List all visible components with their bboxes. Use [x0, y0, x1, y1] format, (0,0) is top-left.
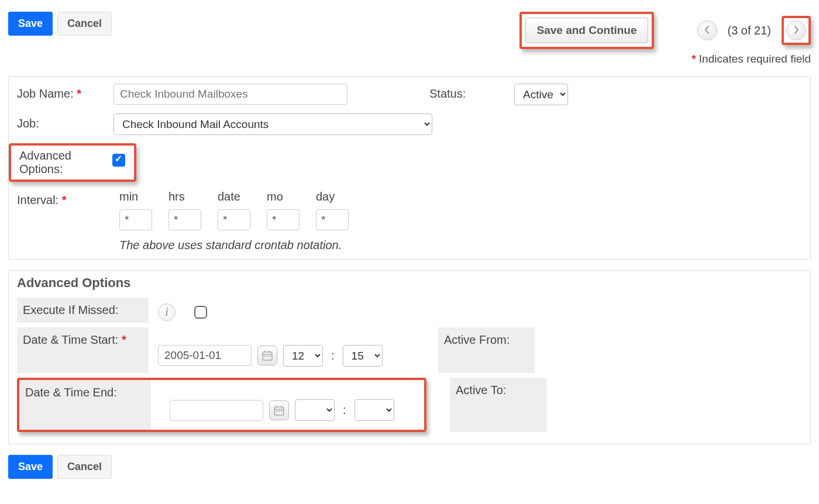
- interval-mo-input[interactable]: [267, 209, 300, 230]
- main-panel: Job Name: * Status: Active Job: Check In: [8, 76, 811, 260]
- start-hour-select[interactable]: 12: [283, 345, 323, 367]
- execute-if-missed-checkbox[interactable]: [194, 306, 207, 319]
- svg-rect-13: [281, 410, 283, 412]
- advanced-options-highlight: Advanced Options:: [9, 143, 136, 182]
- job-name-input[interactable]: [113, 84, 347, 105]
- active-from-label: Active From:: [438, 327, 535, 373]
- time-separator: :: [340, 403, 349, 417]
- execute-if-missed-label: Execute If Missed:: [17, 298, 149, 323]
- cancel-button-bottom[interactable]: Cancel: [57, 455, 112, 479]
- status-label: Status:: [429, 84, 514, 105]
- required-asterisk: *: [691, 53, 696, 65]
- save-continue-highlight: Save and Continue: [519, 12, 653, 49]
- advanced-options-checkbox[interactable]: [112, 154, 125, 167]
- date-time-end-label: Date & Time End:: [19, 380, 151, 430]
- job-name-label: Job Name:: [17, 87, 74, 100]
- info-icon[interactable]: i: [158, 303, 176, 321]
- start-min-select[interactable]: 15: [343, 345, 383, 367]
- job-select[interactable]: Check Inbound Mail Accounts: [113, 113, 432, 135]
- end-hour-select[interactable]: [295, 399, 335, 421]
- advanced-options-header: Advanced Options: [9, 271, 810, 291]
- interval-date-label: date: [218, 190, 240, 203]
- time-separator: :: [329, 349, 337, 363]
- date-end-input[interactable]: [170, 400, 263, 421]
- save-button[interactable]: Save: [8, 12, 53, 36]
- required-asterisk: *: [77, 87, 81, 100]
- interval-mo-label: mo: [267, 190, 283, 203]
- status-select[interactable]: Active: [514, 84, 568, 105]
- cancel-button[interactable]: Cancel: [57, 12, 112, 36]
- chevron-right-icon: [793, 25, 799, 37]
- save-and-continue-button[interactable]: Save and Continue: [525, 18, 648, 43]
- svg-rect-5: [267, 355, 269, 357]
- active-to-label: Active To:: [450, 378, 546, 432]
- required-asterisk: *: [122, 333, 126, 346]
- next-button-highlight: [782, 16, 811, 45]
- interval-min-label: min: [119, 190, 138, 203]
- job-label: Job:: [17, 113, 113, 130]
- calendar-icon[interactable]: [257, 346, 277, 365]
- end-min-select[interactable]: [355, 399, 394, 421]
- svg-rect-12: [278, 410, 280, 412]
- crontab-note: The above uses standard crontab notation…: [119, 239, 349, 252]
- interval-hrs-label: hrs: [168, 190, 185, 203]
- calendar-icon[interactable]: [269, 401, 289, 420]
- prev-button[interactable]: [697, 20, 717, 40]
- date-time-start-label: Date & Time Start:: [23, 333, 118, 346]
- advanced-options-panel: Advanced Options Execute If Missed: i Da…: [8, 270, 811, 444]
- save-button-bottom[interactable]: Save: [8, 455, 53, 479]
- required-note-text: Indicates required field: [696, 53, 811, 65]
- svg-rect-4: [264, 355, 266, 357]
- chevron-left-icon: [704, 25, 710, 37]
- interval-hrs-input[interactable]: [168, 209, 201, 230]
- interval-label: Interval:: [17, 194, 58, 206]
- date-time-end-highlight: Date & Time End: :: [17, 378, 426, 432]
- svg-rect-11: [276, 410, 277, 412]
- required-asterisk: *: [62, 194, 67, 206]
- interval-day-input[interactable]: [316, 209, 349, 230]
- advanced-options-label: Advanced Options:: [19, 149, 110, 176]
- next-button[interactable]: [786, 20, 806, 40]
- interval-day-label: day: [316, 190, 335, 203]
- svg-rect-6: [269, 355, 271, 357]
- date-start-input[interactable]: [158, 345, 252, 366]
- interval-date-input[interactable]: [218, 209, 250, 230]
- interval-min-input[interactable]: [119, 209, 152, 230]
- pager-text: (3 of 21): [728, 24, 771, 37]
